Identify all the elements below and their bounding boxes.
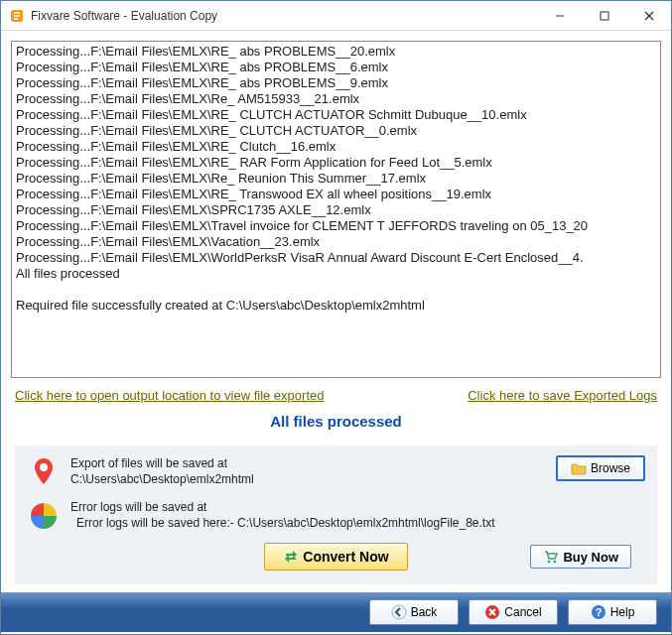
app-window: Fixvare Software - Evaluation Copy Proce… xyxy=(0,0,672,635)
log-line: Processing...F:\Email Files\EMLX\Re_ Reu… xyxy=(16,171,656,187)
svg-point-5 xyxy=(40,463,48,471)
footer: Back Cancel ? Help xyxy=(1,592,671,632)
svg-rect-2 xyxy=(601,12,608,20)
svg-point-7 xyxy=(554,561,557,564)
error-text: Error logs will be saved at Error logs w… xyxy=(70,499,645,531)
log-line xyxy=(16,282,656,298)
log-textarea[interactable]: Processing...F:\Email Files\EMLX\RE_ abs… xyxy=(11,41,661,378)
log-line: Processing...F:\Email Files\EMLX\RE_ CLU… xyxy=(16,107,656,123)
save-logs-link[interactable]: Click here to save Exported Logs xyxy=(468,388,657,403)
cancel-button[interactable]: Cancel xyxy=(469,599,558,625)
back-arrow-icon xyxy=(391,604,407,620)
status-label: All files processed xyxy=(1,409,671,440)
help-icon: ? xyxy=(591,604,606,620)
svg-point-6 xyxy=(548,561,551,564)
help-label: Help xyxy=(610,605,635,619)
convert-now-button[interactable]: Convert Now xyxy=(264,543,407,571)
cancel-x-icon xyxy=(484,604,500,620)
log-line: Processing...F:\Email Files\EMLX\RE_ Tra… xyxy=(16,187,656,202)
error-path: Error logs will be saved here:- C:\Users… xyxy=(70,515,645,531)
buy-now-button[interactable]: Buy Now xyxy=(530,545,631,569)
log-line: Processing...F:\Email Files\EMLX\RE_ RAR… xyxy=(16,155,656,171)
minimize-button[interactable] xyxy=(537,1,582,30)
location-pin-icon xyxy=(27,455,61,489)
open-output-link[interactable]: Click here to open output location to vi… xyxy=(15,388,324,403)
convert-label: Convert Now xyxy=(303,549,388,565)
export-text: Export of files will be saved at C:\User… xyxy=(70,455,546,487)
log-line: Processing...F:\Email Files\EMLX\WorldPe… xyxy=(16,250,656,266)
content: Processing...F:\Email Files\EMLX\RE_ abs… xyxy=(1,31,671,634)
svg-point-8 xyxy=(392,605,406,619)
options-panel: Export of files will be saved at C:\User… xyxy=(15,445,657,584)
maximize-button[interactable] xyxy=(582,1,626,30)
log-line: All files processed xyxy=(16,266,656,282)
log-line: Processing...F:\Email Files\EMLX\Travel … xyxy=(16,218,656,234)
window-buttons xyxy=(537,1,671,30)
folder-icon xyxy=(571,460,587,476)
export-label: Export of files will be saved at xyxy=(70,455,546,471)
convert-icon xyxy=(283,549,299,565)
log-line: Processing...F:\Email Files\EMLX\RE_ abs… xyxy=(16,44,656,60)
browse-button[interactable]: Browse xyxy=(556,455,645,481)
error-label: Error logs will be saved at xyxy=(70,499,645,515)
browse-label: Browse xyxy=(591,461,630,475)
back-label: Back xyxy=(411,605,438,619)
buy-label: Buy Now xyxy=(563,550,618,565)
log-line: Processing...F:\Email Files\EMLX\SPRC173… xyxy=(16,202,656,218)
app-icon xyxy=(9,8,25,24)
cancel-label: Cancel xyxy=(504,605,541,619)
export-path: C:\Users\abc\Desktop\emlx2mhtml xyxy=(70,471,546,487)
log-line: Processing...F:\Email Files\EMLX\RE_ abs… xyxy=(16,75,656,91)
back-button[interactable]: Back xyxy=(369,599,459,625)
action-row: Convert Now Buy Now xyxy=(27,543,645,571)
svg-text:?: ? xyxy=(595,606,602,618)
log-line: Processing...F:\Email Files\EMLX\Vacatio… xyxy=(16,234,656,250)
export-row: Export of files will be saved at C:\User… xyxy=(27,455,645,489)
close-button[interactable] xyxy=(626,1,671,30)
link-row: Click here to open output location to vi… xyxy=(1,384,671,409)
log-line: Processing...F:\Email Files\EMLX\Re_ AM5… xyxy=(16,91,656,107)
log-line: Processing...F:\Email Files\EMLX\RE_ abs… xyxy=(16,60,656,75)
log-line: Processing...F:\Email Files\EMLX\RE_ CLU… xyxy=(16,123,656,139)
error-row: Error logs will be saved at Error logs w… xyxy=(27,499,645,533)
log-line: Required file successfully created at C:… xyxy=(16,298,656,314)
help-button[interactable]: ? Help xyxy=(568,599,657,625)
pie-icon xyxy=(27,499,61,533)
window-title: Fixvare Software - Evaluation Copy xyxy=(31,9,537,23)
cart-icon xyxy=(543,549,559,565)
titlebar: Fixvare Software - Evaluation Copy xyxy=(1,1,671,31)
log-line: Processing...F:\Email Files\EMLX\RE_ Clu… xyxy=(16,139,656,155)
